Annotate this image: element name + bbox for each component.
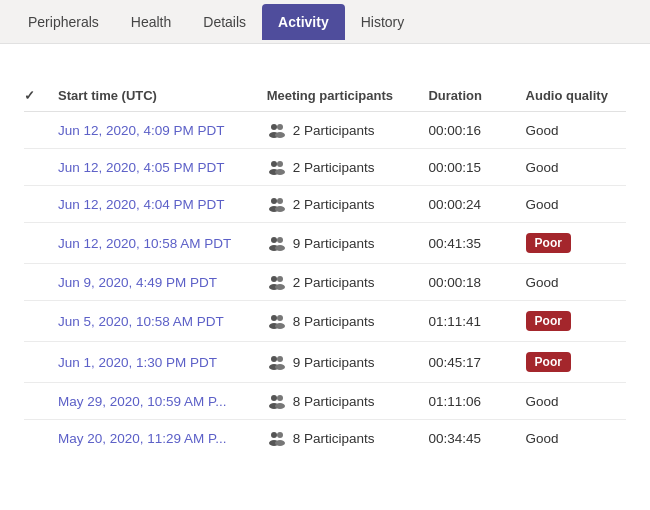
row-duration: 00:00:16 — [418, 112, 515, 149]
poor-badge: Poor — [526, 352, 571, 372]
svg-point-5 — [277, 161, 283, 167]
svg-point-11 — [275, 206, 285, 212]
participants-count: 8 Participants — [293, 431, 375, 446]
table-row: May 29, 2020, 10:59 AM P... 8 Participan… — [24, 383, 626, 420]
col-duration: Duration — [418, 80, 515, 112]
participants-count: 9 Participants — [293, 355, 375, 370]
table-row: Jun 12, 2020, 4:05 PM PDT 2 Participants… — [24, 149, 626, 186]
row-audio-quality: Poor — [516, 342, 626, 383]
svg-point-7 — [275, 169, 285, 175]
svg-point-21 — [277, 315, 283, 321]
row-duration: 00:00:15 — [418, 149, 515, 186]
svg-point-16 — [271, 276, 277, 282]
svg-point-8 — [271, 198, 277, 204]
table-row: Jun 1, 2020, 1:30 PM PDT 9 Participants0… — [24, 342, 626, 383]
table-row: Jun 5, 2020, 10:58 AM PDT 8 Participants… — [24, 301, 626, 342]
svg-point-24 — [271, 356, 277, 362]
participants-count: 8 Participants — [293, 394, 375, 409]
row-check — [24, 301, 48, 342]
participants-icon — [267, 159, 287, 175]
row-start-time[interactable]: Jun 12, 2020, 4:05 PM PDT — [48, 149, 257, 186]
row-start-time[interactable]: Jun 12, 2020, 10:58 AM PDT — [48, 223, 257, 264]
row-check — [24, 420, 48, 457]
row-check — [24, 342, 48, 383]
svg-point-4 — [271, 161, 277, 167]
row-participants: 2 Participants — [257, 112, 419, 149]
row-start-time[interactable]: Jun 12, 2020, 4:09 PM PDT — [48, 112, 257, 149]
row-duration: 01:11:41 — [418, 301, 515, 342]
participants-icon — [267, 313, 287, 329]
row-duration: 00:34:45 — [418, 420, 515, 457]
row-check — [24, 186, 48, 223]
row-check — [24, 112, 48, 149]
svg-point-28 — [271, 395, 277, 401]
col-start-time: Start time (UTC) — [48, 80, 257, 112]
row-check — [24, 149, 48, 186]
participants-icon — [267, 235, 287, 251]
col-check: ✓ — [24, 80, 48, 112]
table-row: May 20, 2020, 11:29 AM P... 8 Participan… — [24, 420, 626, 457]
row-start-time[interactable]: May 29, 2020, 10:59 AM P... — [48, 383, 257, 420]
activity-table: ✓ Start time (UTC) Meeting participants … — [24, 80, 626, 456]
row-start-time[interactable]: Jun 5, 2020, 10:58 AM PDT — [48, 301, 257, 342]
row-duration: 00:00:24 — [418, 186, 515, 223]
participants-count: 8 Participants — [293, 314, 375, 329]
svg-point-13 — [277, 237, 283, 243]
row-check — [24, 223, 48, 264]
row-check — [24, 264, 48, 301]
svg-point-9 — [277, 198, 283, 204]
svg-point-31 — [275, 403, 285, 409]
svg-point-27 — [275, 364, 285, 370]
participants-icon — [267, 430, 287, 446]
row-participants: 9 Participants — [257, 223, 419, 264]
participants-icon — [267, 393, 287, 409]
svg-point-23 — [275, 323, 285, 329]
row-audio-quality: Good — [516, 112, 626, 149]
row-audio-quality: Good — [516, 186, 626, 223]
tab-history[interactable]: History — [345, 4, 421, 40]
row-start-time[interactable]: May 20, 2020, 11:29 AM P... — [48, 420, 257, 457]
svg-point-25 — [277, 356, 283, 362]
tab-peripherals[interactable]: Peripherals — [12, 4, 115, 40]
table-row: Jun 12, 2020, 10:58 AM PDT 9 Participant… — [24, 223, 626, 264]
row-audio-quality: Good — [516, 383, 626, 420]
tab-details[interactable]: Details — [187, 4, 262, 40]
row-audio-quality: Good — [516, 264, 626, 301]
row-start-time[interactable]: Jun 9, 2020, 4:49 PM PDT — [48, 264, 257, 301]
row-duration: 00:41:35 — [418, 223, 515, 264]
poor-badge: Poor — [526, 233, 571, 253]
row-duration: 00:00:18 — [418, 264, 515, 301]
tab-health[interactable]: Health — [115, 4, 187, 40]
row-participants: 2 Participants — [257, 186, 419, 223]
row-start-time[interactable]: Jun 12, 2020, 4:04 PM PDT — [48, 186, 257, 223]
svg-point-35 — [275, 440, 285, 446]
poor-badge: Poor — [526, 311, 571, 331]
row-check — [24, 383, 48, 420]
svg-point-15 — [275, 245, 285, 251]
tab-bar: PeripheralsHealthDetailsActivityHistory — [0, 0, 650, 44]
table-row: Jun 12, 2020, 4:04 PM PDT 2 Participants… — [24, 186, 626, 223]
participants-count: 2 Participants — [293, 197, 375, 212]
table-row: Jun 9, 2020, 4:49 PM PDT 2 Participants0… — [24, 264, 626, 301]
svg-point-33 — [277, 432, 283, 438]
row-audio-quality: Poor — [516, 223, 626, 264]
row-audio-quality: Poor — [516, 301, 626, 342]
svg-point-20 — [271, 315, 277, 321]
svg-point-19 — [275, 284, 285, 290]
svg-point-32 — [271, 432, 277, 438]
col-audio-quality: Audio quality — [516, 80, 626, 112]
svg-point-1 — [277, 124, 283, 130]
row-duration: 01:11:06 — [418, 383, 515, 420]
svg-point-3 — [275, 132, 285, 138]
participants-count: 2 Participants — [293, 160, 375, 175]
row-start-time[interactable]: Jun 1, 2020, 1:30 PM PDT — [48, 342, 257, 383]
participants-count: 9 Participants — [293, 236, 375, 251]
row-participants: 2 Participants — [257, 264, 419, 301]
main-content: ✓ Start time (UTC) Meeting participants … — [0, 44, 650, 510]
row-participants: 2 Participants — [257, 149, 419, 186]
row-audio-quality: Good — [516, 149, 626, 186]
participants-count: 2 Participants — [293, 123, 375, 138]
row-participants: 8 Participants — [257, 383, 419, 420]
row-participants: 9 Participants — [257, 342, 419, 383]
tab-activity[interactable]: Activity — [262, 4, 345, 40]
